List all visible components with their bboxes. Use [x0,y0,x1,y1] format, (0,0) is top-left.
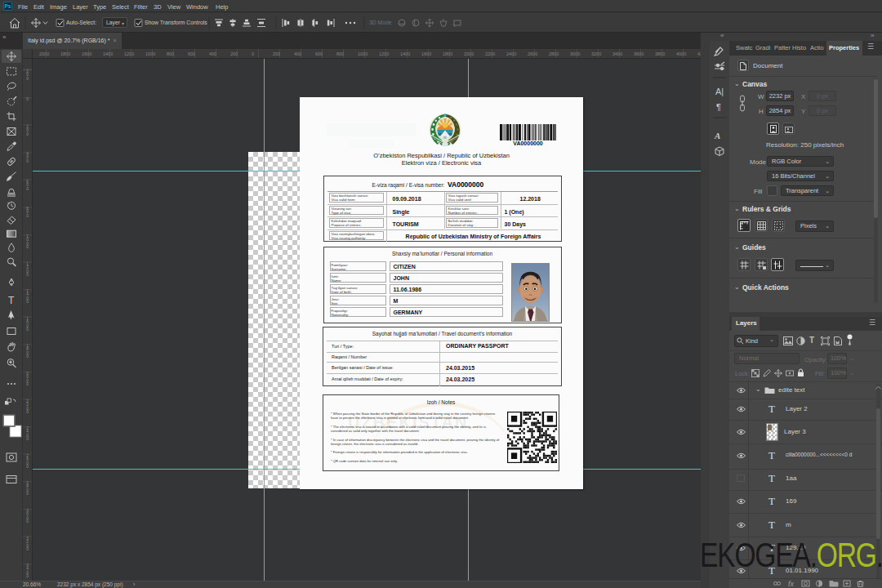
svg-text:T: T [8,295,15,306]
svg-text:¶: ¶ [716,102,721,112]
svg-text:fx: fx [788,580,795,587]
svg-text:A|: A| [715,87,724,96]
svg-text:A: A [714,131,720,140]
